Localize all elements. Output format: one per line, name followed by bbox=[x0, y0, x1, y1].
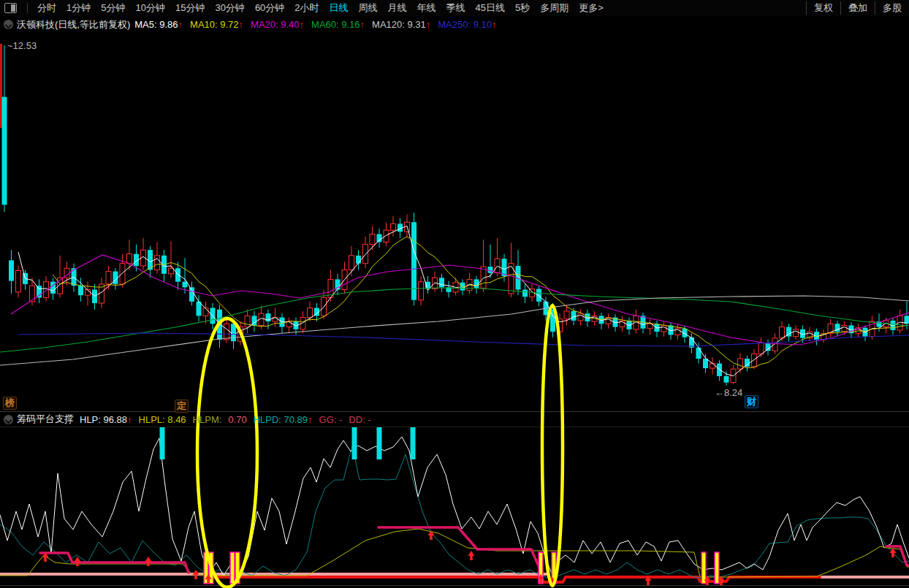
period-tab-多周期[interactable]: 多周期 bbox=[540, 1, 568, 15]
candle-up bbox=[738, 359, 743, 369]
candle-down bbox=[189, 287, 194, 302]
yellow-signal-bar bbox=[715, 552, 719, 584]
candle-up bbox=[842, 325, 847, 332]
marker-badge-财[interactable]: 财 bbox=[745, 395, 758, 408]
indicator-title: 筹码平台支撑 bbox=[17, 413, 74, 426]
period-tab-月线[interactable]: 月线 bbox=[388, 1, 407, 15]
candle-up bbox=[308, 308, 313, 318]
candle-up bbox=[224, 324, 229, 340]
buy-arrow-icon bbox=[890, 548, 897, 557]
ma-legend-item: MA60: 9.16↑ bbox=[311, 19, 365, 30]
highlight-ellipse-2 bbox=[542, 305, 563, 586]
up-arrow-icon: ↑ bbox=[492, 19, 497, 30]
period-tab-30分钟[interactable]: 30分钟 bbox=[215, 1, 244, 15]
period-tab-60分钟[interactable]: 60分钟 bbox=[255, 1, 284, 15]
candle-up bbox=[169, 268, 174, 274]
candle-up bbox=[370, 234, 375, 245]
candle-up bbox=[106, 272, 111, 284]
candle-up bbox=[120, 264, 125, 284]
stock-title: 沃顿科技(日线,等比前复权) bbox=[17, 18, 130, 31]
candle-down bbox=[522, 290, 528, 297]
candle-up bbox=[578, 313, 583, 321]
toolbar-action-叠加[interactable]: 叠加 bbox=[840, 1, 875, 15]
indicator-field: HLPD: 70.89↑ bbox=[254, 414, 313, 425]
indicator-field: HLPM: bbox=[193, 414, 222, 425]
collapse-indicator-icon[interactable] bbox=[4, 415, 13, 424]
chart-canvas[interactable] bbox=[0, 0, 909, 588]
candle-down bbox=[2, 97, 7, 205]
up-arrow-icon: ↑ bbox=[308, 414, 313, 425]
buy-arrow-icon bbox=[145, 557, 152, 566]
ma5-line bbox=[18, 226, 907, 375]
period-tab-年线[interactable]: 年线 bbox=[417, 1, 436, 15]
support-red-line bbox=[207, 577, 820, 582]
indicator-values: HLP: 96.88↑HLPL: 8.46HLPM:0.70HLPD: 70.8… bbox=[80, 414, 378, 425]
candle-up bbox=[710, 364, 715, 369]
indicator-chart bbox=[0, 427, 909, 587]
candle-up bbox=[16, 270, 21, 291]
hlpm-step-line bbox=[40, 553, 189, 573]
candle-down bbox=[696, 348, 701, 359]
high-price-marker: ~12.53 bbox=[7, 40, 37, 51]
ma-legend-item: MA120: 9.31↑ bbox=[372, 19, 430, 30]
ma-legend: MA5: 9.86↑MA10: 9.72↑MA20: 9.40↑MA60: 9.… bbox=[134, 19, 503, 30]
up-arrow-icon: ↑ bbox=[127, 414, 132, 425]
candle-up bbox=[752, 354, 757, 367]
period-tab-日线[interactable]: 日线 bbox=[330, 1, 349, 15]
collapse-chart-icon[interactable] bbox=[4, 20, 13, 29]
cyan-signal-bar bbox=[411, 427, 416, 459]
period-tab-10分钟[interactable]: 10分钟 bbox=[135, 1, 164, 15]
indicator-field: HLPL: 8.46 bbox=[139, 414, 186, 425]
toolbar-action-复权[interactable]: 复权 bbox=[806, 1, 840, 15]
buy-arrow-icon bbox=[468, 551, 475, 560]
cyan-signal-bar bbox=[352, 427, 357, 459]
ma-legend-item: MA10: 9.72↑ bbox=[190, 19, 243, 30]
indicator-field: GG: - bbox=[319, 414, 343, 425]
candle-down bbox=[488, 267, 493, 273]
ma-legend-item: MA5: 9.86↑ bbox=[134, 19, 183, 30]
period-tab-分时[interactable]: 分时 bbox=[37, 1, 56, 15]
candle-up bbox=[127, 254, 132, 264]
candle-up bbox=[564, 311, 569, 319]
buy-arrow-icon bbox=[428, 530, 435, 540]
candle-up bbox=[419, 282, 424, 300]
period-tab-1分钟[interactable]: 1分钟 bbox=[66, 1, 91, 15]
period-tab-更多>[interactable]: 更多> bbox=[579, 1, 604, 15]
main-price-chart bbox=[0, 44, 909, 386]
marker-badge-定[interactable]: 定 bbox=[175, 400, 189, 413]
toolbar-right-actions: 复权叠加多股 bbox=[806, 1, 909, 15]
indicator-field: DD: - bbox=[349, 414, 370, 425]
candle-down bbox=[439, 278, 444, 287]
buy-arrow-icon bbox=[75, 557, 81, 566]
period-tab-15分钟[interactable]: 15分钟 bbox=[175, 1, 205, 15]
period-tab-5秒[interactable]: 5秒 bbox=[515, 1, 530, 15]
period-tabs: 分时1分钟5分钟10分钟15分钟30分钟60分钟2小时日线周线月线年线季线45日… bbox=[32, 1, 609, 15]
marker-badge-榜[interactable]: 榜 bbox=[3, 397, 17, 410]
candle-up bbox=[391, 224, 396, 230]
low-price-marker: ←8.24 bbox=[715, 387, 742, 398]
ma-legend-item: MA250: 9.10↑ bbox=[438, 19, 496, 30]
period-tab-周线[interactable]: 周线 bbox=[359, 1, 378, 15]
candle-up bbox=[245, 316, 250, 327]
period-tab-45日线[interactable]: 45日线 bbox=[476, 1, 505, 15]
window-panel-icon[interactable] bbox=[4, 3, 17, 13]
candle-down bbox=[745, 359, 750, 367]
trading-app-window: 分时1分钟5分钟10分钟15分钟30分钟60分钟2小时日线周线月线年线季线45日… bbox=[0, 0, 909, 588]
candle-up bbox=[349, 256, 354, 270]
toolbar-action-多股[interactable]: 多股 bbox=[875, 1, 909, 15]
candle-down bbox=[571, 311, 577, 321]
candle-up bbox=[509, 264, 514, 294]
toolbar-separator bbox=[27, 3, 28, 13]
candle-up bbox=[155, 256, 160, 270]
up-arrow-icon: ↑ bbox=[426, 19, 431, 30]
candle-up bbox=[203, 308, 208, 316]
period-tab-季线[interactable]: 季线 bbox=[446, 1, 465, 15]
up-arrow-icon: ↑ bbox=[300, 19, 305, 30]
candle-down bbox=[717, 364, 722, 376]
ma120-line bbox=[0, 296, 909, 365]
cyan-signal-bar bbox=[377, 427, 382, 459]
period-tab-5分钟[interactable]: 5分钟 bbox=[101, 1, 125, 15]
up-arrow-icon: ↑ bbox=[239, 19, 244, 30]
candle-down bbox=[9, 260, 14, 280]
period-tab-2小时[interactable]: 2小时 bbox=[294, 1, 319, 15]
